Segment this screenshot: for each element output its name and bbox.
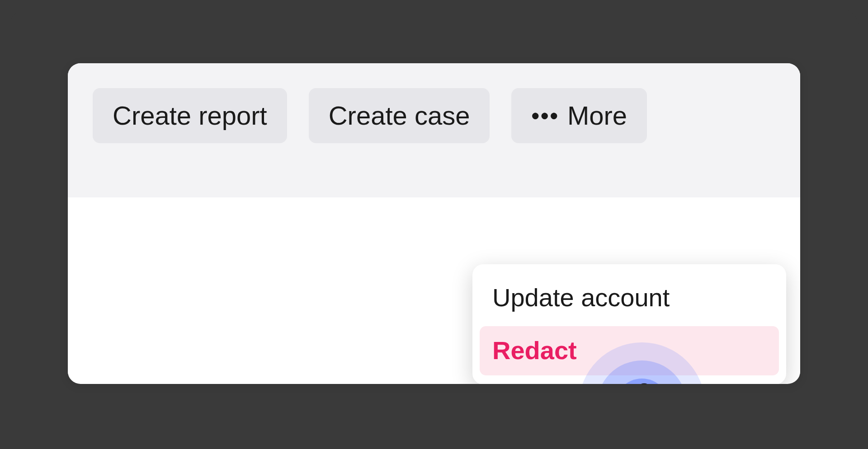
menu-item-label: Update account — [492, 283, 670, 312]
more-button[interactable]: ••• More — [511, 88, 647, 143]
create-case-button[interactable]: Create case — [309, 88, 490, 143]
menu-item-update-account[interactable]: Update account — [480, 273, 779, 323]
more-dots-icon: ••• — [531, 104, 559, 127]
more-dropdown-menu: Update account Redact — [472, 264, 786, 384]
more-label: More — [567, 100, 627, 131]
app-panel: Create report Create case ••• More Updat… — [68, 63, 800, 384]
menu-item-redact[interactable]: Redact — [480, 326, 779, 375]
create-report-button[interactable]: Create report — [93, 88, 287, 143]
create-report-label: Create report — [113, 100, 267, 131]
toolbar: Create report Create case ••• More — [68, 63, 800, 197]
create-case-label: Create case — [329, 100, 470, 131]
menu-item-label: Redact — [492, 336, 577, 365]
outer-frame: Create report Create case ••• More Updat… — [9, 9, 859, 440]
